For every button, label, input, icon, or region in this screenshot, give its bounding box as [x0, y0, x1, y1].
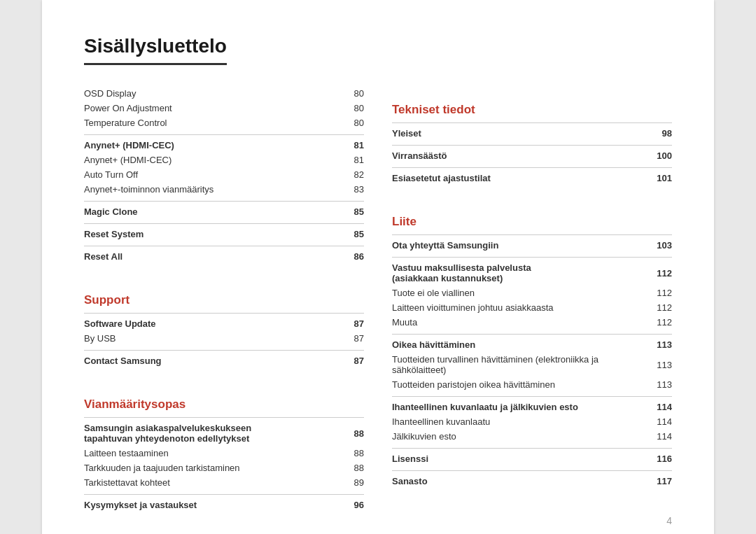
list-item: Jälkikuvien esto 114: [392, 429, 672, 444]
left-column: OSD Display 80 Power On Adjustment 80 Te…: [84, 86, 364, 512]
list-item: Anynet+ (HDMI-CEC) 81: [84, 153, 364, 167]
list-item: Ihanteellinen kuvanlaatu ja jälkikuvien …: [392, 400, 672, 414]
divider: [392, 396, 672, 397]
sanasto-table: Sanasto 117: [392, 474, 672, 489]
list-item: Ota yhteyttä Samsungiin 103: [392, 238, 672, 253]
oikea-table: Oikea hävittäminen 113 Tuotteiden turval…: [392, 337, 672, 392]
liite-heading: Liite: [392, 215, 672, 229]
list-item: Software Update 87: [84, 316, 364, 331]
spacer: [392, 185, 672, 198]
list-item: Samsungin asiakaspalvelukeskukseentapaht…: [84, 421, 364, 446]
list-item: Contact Samsung 87: [84, 353, 364, 368]
divider: [84, 417, 364, 418]
vian-heading: Vianmääritysopas: [84, 398, 364, 412]
list-item: Sanasto 117: [392, 474, 672, 489]
list-item: Power On Adjustment 80: [84, 101, 364, 115]
reset-all-table: Reset All 86: [84, 249, 364, 264]
magic-clone-table: Magic Clone 85: [84, 204, 364, 219]
list-item: Oikea hävittäminen 113: [392, 337, 672, 352]
list-item: Vastuu maksullisesta palvelusta(asiakkaa…: [392, 260, 672, 286]
list-item: Reset All 86: [84, 249, 364, 264]
list-item: Muuta 112: [392, 315, 672, 330]
list-item: Tuote ei ole viallinen 112: [392, 286, 672, 300]
divider: [392, 122, 672, 123]
list-item: Anynet+-toiminnon vianmääritys 83: [84, 182, 364, 197]
list-item: Auto Turn Off 82: [84, 167, 364, 182]
reset-system-table: Reset System 85: [84, 227, 364, 241]
top-items-table: OSD Display 80 Power On Adjustment 80 Te…: [84, 86, 364, 130]
divider: [84, 494, 364, 495]
spacer: [84, 264, 364, 276]
support-heading: Support: [84, 293, 364, 307]
page: Sisällysluettelo OSD Display 80 Power On…: [42, 0, 714, 534]
divider: [84, 350, 364, 351]
divider: [392, 470, 672, 471]
ihanteellinen-table: Ihanteellinen kuvanlaatu ja jälkikuvien …: [392, 400, 672, 444]
tekniset-table: Yleiset 98: [392, 126, 672, 141]
support-table: Software Update 87 By USB 87: [84, 316, 364, 346]
list-item: Tuotteiden turvallinen hävittäminen (ele…: [392, 352, 672, 377]
contact-samsung-table: Contact Samsung 87: [84, 353, 364, 368]
list-item: Esiasetetut ajastustilat 101: [392, 171, 672, 185]
divider: [392, 257, 672, 258]
list-item: Tuotteiden paristojen oikea hävittäminen…: [392, 377, 672, 392]
anynet-table: Anynet+ (HDMI-CEC) 81 Anynet+ (HDMI-CEC)…: [84, 138, 364, 197]
divider: [392, 234, 672, 235]
divider: [392, 167, 672, 168]
divider: [392, 145, 672, 146]
kysymykset-table: Kysymykset ja vastaukset 96: [84, 498, 364, 512]
list-item: OSD Display 80: [84, 86, 364, 101]
right-column: Tekniset tiedot Yleiset 98 Virransäästö …: [392, 86, 672, 512]
list-item: Reset System 85: [84, 227, 364, 241]
vian-table: Samsungin asiakaspalvelukeskukseentapaht…: [84, 421, 364, 490]
virransaasto-table: Virransäästö 100: [392, 148, 672, 163]
list-item: Anynet+ (HDMI-CEC) 81: [84, 138, 364, 153]
spacer: [84, 368, 364, 381]
divider: [392, 448, 672, 449]
divider: [392, 334, 672, 335]
list-item: Tarkkuuden ja taajuuden tarkistaminen 88: [84, 461, 364, 475]
list-item: Lisenssi 116: [392, 451, 672, 466]
page-number: 4: [666, 515, 672, 526]
divider: [84, 223, 364, 224]
list-item: Laitteen vioittuminen johtuu asiakkaasta…: [392, 300, 672, 315]
list-item: Magic Clone 85: [84, 204, 364, 219]
divider: [84, 313, 364, 314]
list-item: Kysymykset ja vastaukset 96: [84, 498, 364, 512]
list-item: Temperature Control 80: [84, 115, 364, 130]
divider: [84, 246, 364, 246]
content: OSD Display 80 Power On Adjustment 80 Te…: [84, 86, 672, 512]
list-item: Tarkistettavat kohteet 89: [84, 475, 364, 490]
vastuu-table: Vastuu maksullisesta palvelusta(asiakkaa…: [392, 260, 672, 330]
list-item: By USB 87: [84, 331, 364, 346]
list-item: Yleiset 98: [392, 126, 672, 141]
esiasetetut-table: Esiasetetut ajastustilat 101: [392, 171, 672, 185]
liite-table: Ota yhteyttä Samsungiin 103: [392, 238, 672, 253]
page-title: Sisällysluettelo: [84, 35, 227, 65]
list-item: Laitteen testaaminen 88: [84, 446, 364, 461]
divider: [84, 134, 364, 135]
list-item: Virransäästö 100: [392, 148, 672, 163]
tekniset-heading: Tekniset tiedot: [392, 103, 672, 117]
list-item: Ihanteellinen kuvanlaatu 114: [392, 414, 672, 429]
lisenssi-table: Lisenssi 116: [392, 451, 672, 466]
divider: [84, 201, 364, 202]
